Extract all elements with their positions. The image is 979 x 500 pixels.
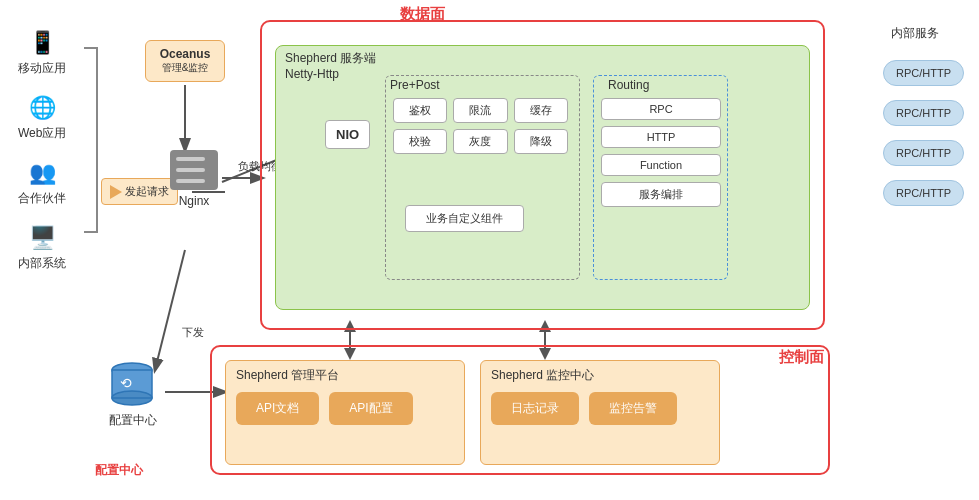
client-internal-label: 内部系统	[18, 255, 66, 272]
api-docs-button[interactable]: API文档	[236, 392, 319, 425]
mobile-icon: 📱	[29, 30, 56, 56]
oceanus-title: Oceanus	[156, 47, 214, 61]
oceanus-box: Oceanus 管理&监控	[145, 40, 225, 82]
nio-box: NIO	[325, 120, 370, 149]
server-line-3	[176, 179, 205, 183]
client-mobile: 📱 移动应用	[18, 30, 66, 77]
data-plane-label: 数据面	[400, 5, 445, 24]
rpc-http-4: RPC/HTTP	[883, 180, 964, 206]
filter-cache: 缓存	[514, 98, 568, 123]
mgmt-buttons: API文档 API配置	[226, 388, 464, 429]
arrow-icon	[110, 185, 122, 199]
mgmt-platform-box: Shepherd 管理平台 API文档 API配置	[225, 360, 465, 465]
client-mobile-label: 移动应用	[18, 60, 66, 77]
internal-icon: 🖥️	[29, 225, 56, 251]
rpc-http-2: RPC/HTTP	[883, 100, 964, 126]
svg-text:⟲: ⟲	[120, 375, 132, 391]
config-center-label: 配置中心	[109, 412, 157, 429]
shepherd-server-title: Shepherd 服务端 Netty-Http	[285, 50, 376, 81]
client-partner-label: 合作伙伴	[18, 190, 66, 207]
rpc-http-3: RPC/HTTP	[883, 140, 964, 166]
filter-gray: 灰度	[453, 129, 507, 154]
client-internal: 🖥️ 内部系统	[18, 225, 66, 272]
nginx-box: Nginx	[170, 150, 218, 208]
nginx-label: Nginx	[179, 194, 210, 208]
log-button[interactable]: 日志记录	[491, 392, 579, 425]
monitor-center-box: Shepherd 监控中心 日志记录 监控告警	[480, 360, 720, 465]
routing-rpc: RPC	[601, 98, 721, 120]
request-label: 发起请求	[125, 184, 169, 199]
partner-icon: 👥	[29, 160, 56, 186]
internal-services: 内部服务 RPC/HTTP RPC/HTTP RPC/HTTP RPC/HTTP	[883, 25, 964, 206]
config-area-label: 配置中心	[95, 462, 143, 479]
routing-http: HTTP	[601, 126, 721, 148]
mgmt-title: Shepherd 管理平台	[226, 361, 464, 388]
monitor-buttons: 日志记录 监控告警	[481, 388, 719, 429]
rpc-http-1: RPC/HTTP	[883, 60, 964, 86]
web-icon: 🌐	[29, 95, 56, 121]
routing-orchestration: 服务编排	[601, 182, 721, 207]
prepost-label: Pre+Post	[390, 78, 440, 92]
client-web: 🌐 Web应用	[18, 95, 66, 142]
config-center-area: ⟲ 配置中心	[105, 358, 160, 429]
routing-label: Routing	[608, 78, 649, 92]
cloud-1: RPC/HTTP	[883, 60, 964, 86]
svg-line-16	[155, 250, 185, 370]
custom-component: 业务自定义组件	[405, 205, 524, 232]
alert-button[interactable]: 监控告警	[589, 392, 677, 425]
client-web-label: Web应用	[18, 125, 66, 142]
oceanus-subtitle: 管理&监控	[156, 61, 214, 75]
client-partner: 👥 合作伙伴	[18, 160, 66, 207]
filter-degrade: 降级	[514, 129, 568, 154]
xia-fa-label: 下发	[182, 325, 204, 340]
request-button: 发起请求	[101, 178, 178, 205]
filter-grid: 鉴权 限流 缓存 校验 灰度 降级	[393, 98, 568, 154]
cloud-4: RPC/HTTP	[883, 180, 964, 206]
cloud-3: RPC/HTTP	[883, 140, 964, 166]
server-line-2	[176, 168, 205, 172]
filter-validate: 校验	[393, 129, 447, 154]
server-line-1	[176, 157, 205, 161]
cloud-2: RPC/HTTP	[883, 100, 964, 126]
control-plane-label: 控制面	[779, 348, 824, 367]
routing-items: RPC HTTP Function 服务编排	[601, 98, 721, 207]
monitor-title: Shepherd 监控中心	[481, 361, 719, 388]
filter-auth: 鉴权	[393, 98, 447, 123]
nio-label: NIO	[336, 127, 359, 142]
architecture-diagram: 负载均衡 📱 移动应用 🌐 Web应用 👥 合作伙伴 🖥️ 内部系统 Ocean…	[0, 0, 979, 500]
routing-function: Function	[601, 154, 721, 176]
config-center-icon: ⟲	[105, 358, 160, 408]
filter-ratelimit: 限流	[453, 98, 507, 123]
api-config-button[interactable]: API配置	[329, 392, 412, 425]
server-icon	[170, 150, 218, 190]
client-list: 📱 移动应用 🌐 Web应用 👥 合作伙伴 🖥️ 内部系统	[18, 30, 66, 272]
internal-services-label: 内部服务	[891, 25, 939, 42]
